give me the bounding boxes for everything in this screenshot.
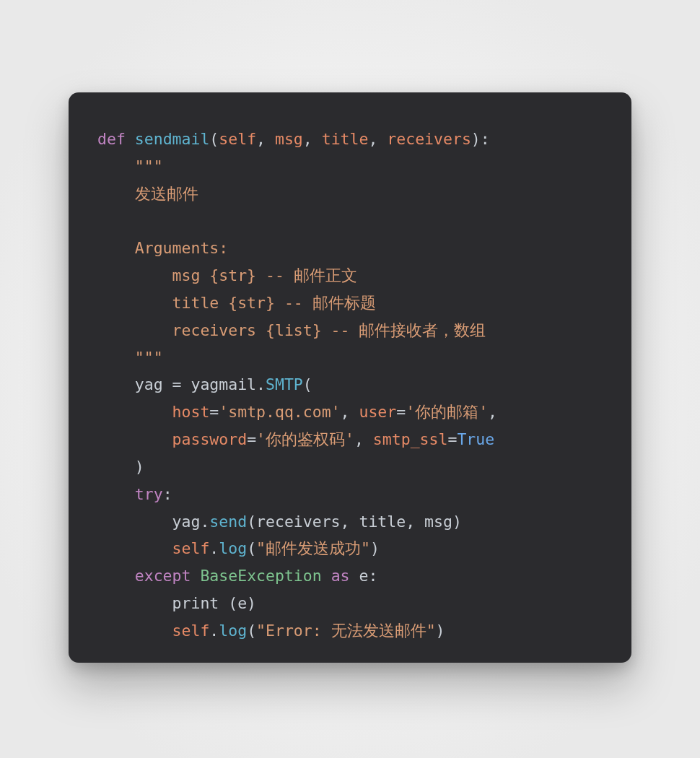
param-msg: msg — [275, 130, 303, 148]
smtp-call: SMTP — [266, 375, 303, 393]
self-ref: self — [172, 622, 210, 640]
docstring-line: 发送邮件 — [135, 185, 198, 203]
keyword-try: try — [135, 485, 163, 503]
docstring-line: receivers {list} -- 邮件接收者，数组 — [172, 321, 486, 339]
code-text: yag. — [172, 513, 210, 531]
docstring-line: msg {str} -- 邮件正文 — [172, 266, 357, 284]
kwarg-password: password — [172, 430, 248, 448]
var-e: e — [359, 567, 368, 585]
kwarg-host: host — [172, 403, 210, 421]
kwarg-smtpssl: smtp_ssl — [373, 430, 448, 448]
docstring-line: Arguments: — [135, 239, 228, 257]
code-block: def sendmail(self, msg, title, receivers… — [97, 126, 603, 645]
log-call: log — [219, 622, 247, 640]
param-receivers: receivers — [387, 130, 471, 148]
string-host: 'smtp.qq.com' — [219, 403, 340, 421]
docstring-line: title {str} -- 邮件标题 — [172, 294, 376, 312]
keyword-as: as — [331, 567, 350, 585]
string-error: "Error: 无法发送邮件" — [256, 622, 436, 640]
print-line: print (e) — [172, 594, 257, 612]
class-baseexception: BaseException — [200, 567, 321, 585]
string-password: '你的鉴权码' — [256, 430, 354, 448]
log-call: log — [219, 539, 247, 557]
code-card: def sendmail(self, msg, title, receivers… — [69, 92, 631, 663]
bool-true: True — [457, 430, 494, 448]
param-self: self — [219, 130, 256, 148]
send-call: send — [209, 513, 247, 531]
self-ref: self — [172, 539, 210, 557]
keyword-def: def — [97, 130, 126, 148]
keyword-except: except — [135, 567, 191, 585]
kwarg-user: user — [359, 403, 396, 421]
code-text: yag = yagmail. — [135, 375, 266, 393]
docstring-close: """ — [135, 349, 163, 367]
string-success: "邮件发送成功" — [256, 539, 370, 557]
function-name: sendmail — [135, 130, 210, 148]
paren-close: ) — [135, 458, 144, 476]
docstring-open: """ — [135, 157, 163, 175]
string-user: '你的邮箱' — [406, 403, 488, 421]
param-title: title — [322, 130, 369, 148]
